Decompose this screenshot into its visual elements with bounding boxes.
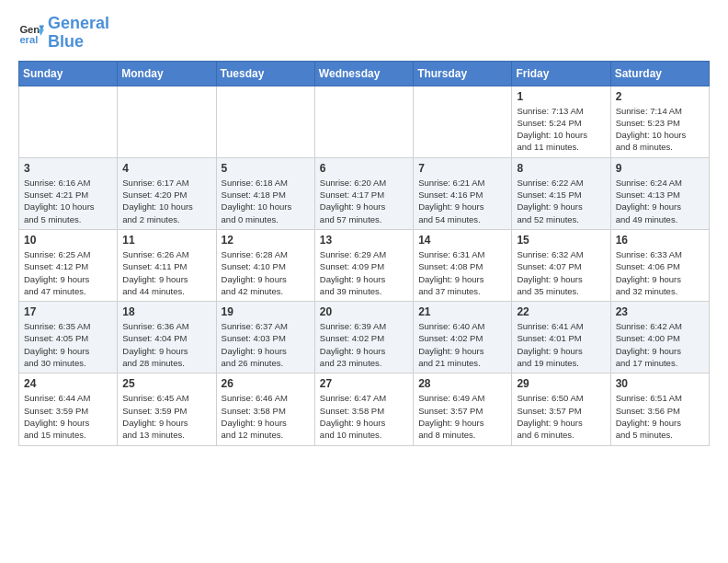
calendar-cell: 28Sunrise: 6:49 AM Sunset: 3:57 PM Dayli… [414, 373, 512, 445]
day-info: Sunrise: 6:39 AM Sunset: 4:02 PM Dayligh… [320, 320, 408, 369]
calendar-cell: 7Sunrise: 6:21 AM Sunset: 4:16 PM Daylig… [414, 157, 512, 229]
day-info: Sunrise: 6:49 AM Sunset: 3:57 PM Dayligh… [418, 392, 506, 441]
calendar-cell: 27Sunrise: 6:47 AM Sunset: 3:58 PM Dayli… [314, 373, 413, 445]
day-number: 2 [616, 90, 704, 103]
day-number: 28 [418, 377, 506, 390]
day-info: Sunrise: 6:51 AM Sunset: 3:56 PM Dayligh… [616, 392, 704, 441]
day-number: 4 [122, 162, 210, 175]
calendar-cell: 10Sunrise: 6:25 AM Sunset: 4:12 PM Dayli… [19, 229, 118, 301]
day-info: Sunrise: 6:44 AM Sunset: 3:59 PM Dayligh… [24, 392, 112, 441]
day-number: 3 [24, 162, 112, 175]
day-info: Sunrise: 6:35 AM Sunset: 4:05 PM Dayligh… [24, 320, 112, 369]
day-info: Sunrise: 7:13 AM Sunset: 5:24 PM Dayligh… [517, 105, 605, 154]
logo-text: General Blue [48, 15, 109, 52]
week-row-2: 3Sunrise: 6:16 AM Sunset: 4:21 PM Daylig… [19, 157, 710, 229]
calendar-cell: 2Sunrise: 7:14 AM Sunset: 5:23 PM Daylig… [610, 86, 709, 157]
day-number: 15 [517, 234, 605, 247]
calendar-cell: 19Sunrise: 6:37 AM Sunset: 4:03 PM Dayli… [216, 302, 314, 373]
day-header-tuesday: Tuesday [216, 61, 314, 86]
day-number: 23 [616, 305, 704, 318]
day-info: Sunrise: 6:20 AM Sunset: 4:17 PM Dayligh… [320, 177, 408, 225]
day-number: 18 [122, 305, 210, 318]
day-number: 7 [418, 162, 506, 175]
day-number: 16 [616, 234, 704, 247]
day-number: 24 [24, 377, 112, 390]
day-info: Sunrise: 6:42 AM Sunset: 4:00 PM Dayligh… [616, 320, 704, 369]
day-number: 9 [616, 162, 704, 175]
day-info: Sunrise: 6:16 AM Sunset: 4:21 PM Dayligh… [24, 177, 112, 225]
header-row: SundayMondayTuesdayWednesdayThursdayFrid… [19, 61, 710, 86]
day-info: Sunrise: 6:33 AM Sunset: 4:06 PM Dayligh… [616, 248, 704, 297]
calendar-cell: 4Sunrise: 6:17 AM Sunset: 4:20 PM Daylig… [118, 157, 216, 229]
calendar-cell: 9Sunrise: 6:24 AM Sunset: 4:13 PM Daylig… [610, 157, 709, 229]
day-info: Sunrise: 6:32 AM Sunset: 4:07 PM Dayligh… [517, 248, 605, 297]
calendar-cell: 18Sunrise: 6:36 AM Sunset: 4:04 PM Dayli… [118, 302, 216, 373]
day-number: 19 [222, 305, 310, 318]
day-header-friday: Friday [512, 61, 610, 86]
calendar-cell: 25Sunrise: 6:45 AM Sunset: 3:59 PM Dayli… [118, 373, 216, 445]
day-number: 10 [24, 234, 112, 247]
day-info: Sunrise: 6:24 AM Sunset: 4:13 PM Dayligh… [616, 177, 704, 225]
day-number: 29 [517, 377, 605, 390]
day-number: 25 [122, 377, 210, 390]
day-info: Sunrise: 6:31 AM Sunset: 4:08 PM Dayligh… [418, 248, 506, 297]
day-info: Sunrise: 6:22 AM Sunset: 4:15 PM Dayligh… [517, 177, 605, 225]
calendar-cell: 23Sunrise: 6:42 AM Sunset: 4:00 PM Dayli… [610, 302, 709, 373]
calendar-cell: 16Sunrise: 6:33 AM Sunset: 4:06 PM Dayli… [610, 229, 709, 301]
calendar-cell [314, 86, 413, 157]
calendar-cell: 8Sunrise: 6:22 AM Sunset: 4:15 PM Daylig… [512, 157, 610, 229]
day-info: Sunrise: 7:14 AM Sunset: 5:23 PM Dayligh… [616, 105, 704, 154]
day-info: Sunrise: 6:47 AM Sunset: 3:58 PM Dayligh… [320, 392, 408, 441]
day-number: 21 [418, 305, 506, 318]
day-number: 8 [517, 162, 605, 175]
calendar-cell: 22Sunrise: 6:41 AM Sunset: 4:01 PM Dayli… [512, 302, 610, 373]
calendar-cell [414, 86, 512, 157]
calendar-cell: 3Sunrise: 6:16 AM Sunset: 4:21 PM Daylig… [19, 157, 118, 229]
calendar-cell [118, 86, 216, 157]
day-info: Sunrise: 6:50 AM Sunset: 3:57 PM Dayligh… [517, 392, 605, 441]
day-number: 17 [24, 305, 112, 318]
calendar-cell: 29Sunrise: 6:50 AM Sunset: 3:57 PM Dayli… [512, 373, 610, 445]
week-row-3: 10Sunrise: 6:25 AM Sunset: 4:12 PM Dayli… [19, 229, 710, 301]
calendar-cell: 20Sunrise: 6:39 AM Sunset: 4:02 PM Dayli… [314, 302, 413, 373]
calendar-cell: 13Sunrise: 6:29 AM Sunset: 4:09 PM Dayli… [314, 229, 413, 301]
day-number: 11 [122, 234, 210, 247]
week-row-5: 24Sunrise: 6:44 AM Sunset: 3:59 PM Dayli… [19, 373, 710, 445]
week-row-1: 1Sunrise: 7:13 AM Sunset: 5:24 PM Daylig… [19, 86, 710, 157]
logo: Gen eral General Blue [18, 15, 109, 52]
day-header-monday: Monday [118, 61, 216, 86]
day-info: Sunrise: 6:37 AM Sunset: 4:03 PM Dayligh… [222, 320, 310, 369]
calendar-cell: 14Sunrise: 6:31 AM Sunset: 4:08 PM Dayli… [414, 229, 512, 301]
day-number: 27 [320, 377, 408, 390]
day-header-sunday: Sunday [19, 61, 118, 86]
day-info: Sunrise: 6:25 AM Sunset: 4:12 PM Dayligh… [24, 248, 112, 297]
day-header-saturday: Saturday [610, 61, 709, 86]
calendar-cell: 12Sunrise: 6:28 AM Sunset: 4:10 PM Dayli… [216, 229, 314, 301]
day-info: Sunrise: 6:46 AM Sunset: 3:58 PM Dayligh… [222, 392, 310, 441]
calendar-table: SundayMondayTuesdayWednesdayThursdayFrid… [18, 61, 710, 446]
calendar-cell: 1Sunrise: 7:13 AM Sunset: 5:24 PM Daylig… [512, 86, 610, 157]
day-info: Sunrise: 6:40 AM Sunset: 4:02 PM Dayligh… [418, 320, 506, 369]
calendar-cell: 30Sunrise: 6:51 AM Sunset: 3:56 PM Dayli… [610, 373, 709, 445]
calendar-cell: 5Sunrise: 6:18 AM Sunset: 4:18 PM Daylig… [216, 157, 314, 229]
day-info: Sunrise: 6:36 AM Sunset: 4:04 PM Dayligh… [122, 320, 210, 369]
day-number: 14 [418, 234, 506, 247]
day-number: 22 [517, 305, 605, 318]
calendar-cell [19, 86, 118, 157]
day-number: 13 [320, 234, 408, 247]
calendar-cell: 6Sunrise: 6:20 AM Sunset: 4:17 PM Daylig… [314, 157, 413, 229]
day-info: Sunrise: 6:29 AM Sunset: 4:09 PM Dayligh… [320, 248, 408, 297]
day-info: Sunrise: 6:28 AM Sunset: 4:10 PM Dayligh… [222, 248, 310, 297]
day-info: Sunrise: 6:17 AM Sunset: 4:20 PM Dayligh… [122, 177, 210, 225]
day-number: 26 [222, 377, 310, 390]
calendar-cell: 24Sunrise: 6:44 AM Sunset: 3:59 PM Dayli… [19, 373, 118, 445]
day-header-thursday: Thursday [414, 61, 512, 86]
day-number: 5 [222, 162, 310, 175]
svg-text:eral: eral [19, 33, 38, 44]
day-number: 20 [320, 305, 408, 318]
day-number: 6 [320, 162, 408, 175]
header: Gen eral General Blue [18, 15, 710, 52]
day-info: Sunrise: 6:21 AM Sunset: 4:16 PM Dayligh… [418, 177, 506, 225]
calendar-cell: 21Sunrise: 6:40 AM Sunset: 4:02 PM Dayli… [414, 302, 512, 373]
day-number: 1 [517, 90, 605, 103]
